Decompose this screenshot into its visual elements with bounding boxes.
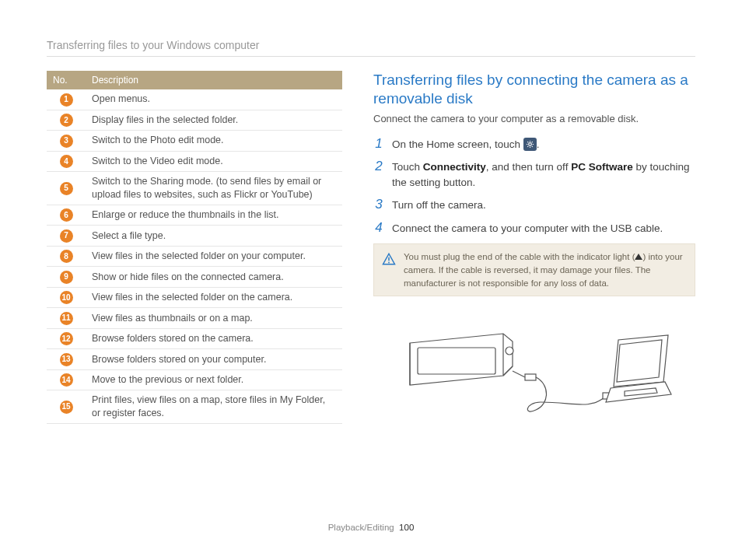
number-badge: 2 [60, 114, 73, 127]
row-description: Enlarge or reduce the thumbnails in the … [86, 205, 342, 226]
number-badge: 7 [60, 229, 73, 243]
table-row: 14Move to the previous or next folder. [47, 369, 342, 390]
svg-rect-5 [525, 374, 536, 380]
table-row: 3Switch to the Photo edit mode. [47, 131, 342, 152]
row-description: Move to the previous or next folder. [86, 369, 342, 390]
step-bold: PC Software [571, 161, 633, 173]
table-row: 1Open menus. [47, 89, 342, 110]
table-row: 15Print files, view files on a map, stor… [47, 390, 342, 424]
footer-page: 100 [399, 523, 414, 532]
row-description: Switch to the Sharing mode. (to send fil… [86, 172, 342, 205]
number-badge: 15 [60, 401, 73, 414]
number-badge: 6 [60, 208, 73, 222]
row-number-cell: 1 [47, 89, 86, 110]
table-row: 11View files as thumbnails or on a map. [47, 308, 342, 329]
col-header-no: No. [47, 71, 86, 89]
number-badge: 11 [60, 312, 73, 325]
svg-rect-3 [418, 348, 495, 374]
footer-section: Playback/Editing [328, 523, 394, 532]
table-row: 10View files in the selected folder on t… [47, 287, 342, 308]
step-number: 4 [373, 221, 384, 236]
number-badge: 1 [60, 93, 73, 107]
step-number: 3 [373, 198, 384, 212]
row-number-cell: 9 [47, 267, 86, 288]
step-4: 4 Connect the camera to your computer wi… [373, 221, 695, 236]
page-header: Transferring files to your Windows compu… [47, 39, 695, 51]
number-badge: 4 [60, 155, 73, 168]
table-row: 2Display files in the selected folder. [47, 110, 342, 131]
step-1: 1 On the Home screen, touch . [373, 137, 695, 152]
step-bold: Connectivity [423, 161, 486, 173]
row-description: Browse folders stored on the camera. [86, 328, 342, 349]
number-badge: 10 [60, 291, 73, 304]
row-number-cell: 2 [47, 110, 86, 131]
row-number-cell: 6 [47, 205, 86, 226]
step-text: On the Home screen, touch [392, 138, 523, 150]
step-3: 3 Turn off the camera. [373, 198, 695, 213]
row-description: Switch to the Photo edit mode. [86, 131, 342, 152]
step-text: Turn off the camera. [392, 198, 486, 213]
callout-text: You must plug the end of the cable with … [404, 252, 635, 261]
row-description: View files as thumbnails or on a map. [86, 308, 342, 329]
table-row: 4Switch to the Video edit mode. [47, 151, 342, 172]
step-text: , and then turn off [486, 161, 571, 173]
row-number-cell: 12 [47, 328, 86, 349]
page-footer: Playback/Editing 100 [0, 523, 742, 532]
step-number: 1 [373, 137, 384, 152]
svg-point-0 [529, 143, 532, 146]
step-number: 2 [373, 159, 384, 174]
row-description: Switch to the Video edit mode. [86, 151, 342, 172]
row-number-cell: 13 [47, 349, 86, 370]
warning-callout: You must plug the end of the cable with … [373, 243, 695, 296]
table-row: 8View files in the selected folder on yo… [47, 246, 342, 267]
table-row: 12Browse folders stored on the camera. [47, 328, 342, 349]
row-description: Display files in the selected folder. [86, 110, 342, 131]
section-subtext: Connect the camera to your computer as a… [373, 113, 695, 124]
row-description: Print files, view files on a map, store … [86, 390, 342, 424]
svg-point-2 [388, 262, 390, 264]
number-badge: 9 [60, 271, 73, 284]
table-row: 6Enlarge or reduce the thumbnails in the… [47, 205, 342, 226]
row-number-cell: 10 [47, 287, 86, 308]
row-description: Open menus. [86, 89, 342, 110]
description-table: No. Description 1Open menus.2Display fil… [47, 71, 342, 424]
connection-diagram [373, 310, 695, 429]
triangle-up-icon [635, 254, 642, 260]
number-badge: 5 [60, 182, 73, 195]
table-row: 13Browse folders stored on your computer… [47, 349, 342, 370]
step-text: Connect the camera to your computer with… [392, 221, 663, 236]
row-number-cell: 11 [47, 308, 86, 329]
row-number-cell: 15 [47, 390, 86, 424]
home-icon [523, 138, 537, 151]
table-row: 5Switch to the Sharing mode. (to send fi… [47, 172, 342, 205]
header-rule [47, 56, 695, 57]
row-description: View files in the selected folder on you… [86, 246, 342, 267]
row-number-cell: 7 [47, 226, 86, 247]
row-description: Browse folders stored on your computer. [86, 349, 342, 370]
table-row: 9Show or hide files on the connected cam… [47, 267, 342, 288]
number-badge: 13 [60, 353, 73, 366]
row-number-cell: 14 [47, 369, 86, 390]
number-badge: 12 [60, 332, 73, 345]
row-description: Show or hide files on the connected came… [86, 267, 342, 288]
row-number-cell: 3 [47, 131, 86, 152]
step-text: . [537, 138, 540, 150]
row-description: View files in the selected folder on the… [86, 287, 342, 308]
step-text: Touch [392, 161, 423, 173]
table-row: 7Select a file type. [47, 226, 342, 247]
warning-icon [382, 252, 396, 266]
steps-list: 1 On the Home screen, touch . 2 Touch Co… [373, 137, 695, 236]
number-badge: 8 [60, 250, 73, 263]
row-description: Select a file type. [86, 226, 342, 247]
svg-point-4 [506, 347, 513, 355]
number-badge: 3 [60, 135, 73, 148]
row-number-cell: 4 [47, 151, 86, 172]
step-2: 2 Touch Connectivity, and then turn off … [373, 159, 695, 190]
col-header-desc: Description [86, 71, 342, 89]
row-number-cell: 5 [47, 172, 86, 205]
section-heading: Transferring files by connecting the cam… [373, 71, 695, 108]
number-badge: 14 [60, 373, 73, 387]
row-number-cell: 8 [47, 246, 86, 267]
